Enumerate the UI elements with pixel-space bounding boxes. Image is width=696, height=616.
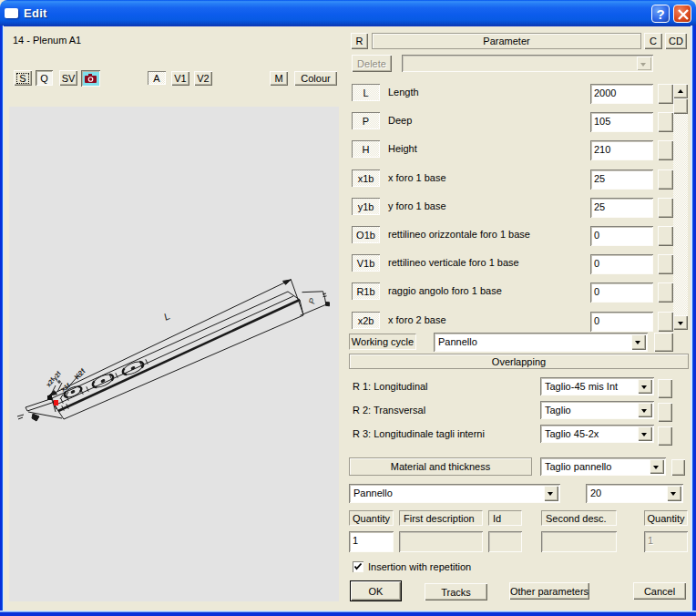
svg-text:L: L: [162, 310, 172, 322]
svg-text:P: P: [307, 297, 317, 304]
